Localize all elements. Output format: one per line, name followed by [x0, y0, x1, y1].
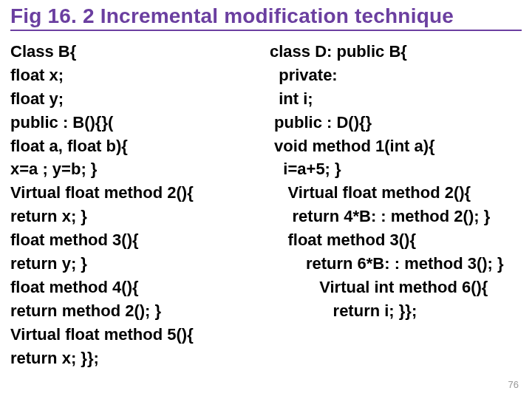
code-left: Class B{ float x; float y; public : B(){…: [10, 40, 262, 369]
slide: Fig 16. 2 Incremental modification techn…: [0, 0, 532, 399]
code-right: class D: public B{ private: int i; publi…: [262, 40, 522, 369]
page-number: 76: [508, 379, 519, 390]
slide-title: Fig 16. 2 Incremental modification techn…: [10, 4, 522, 31]
content-columns: Class B{ float x; float y; public : B(){…: [10, 40, 522, 369]
